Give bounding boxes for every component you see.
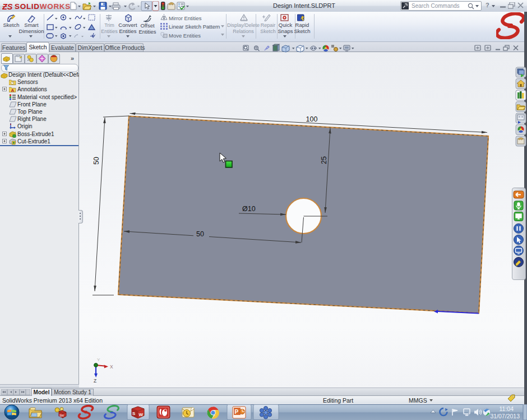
svg-text:A: A: [11, 88, 15, 93]
svg-text:ƵS: ƵS: [2, 2, 13, 11]
svg-text:11:04: 11:04: [500, 405, 514, 412]
svg-text:50: 50: [196, 230, 204, 238]
svg-text:50: 50: [93, 157, 100, 165]
svg-text:Y: Y: [97, 357, 100, 362]
svg-text:25: 25: [320, 156, 328, 164]
svg-text:Z: Z: [94, 378, 96, 384]
svg-text:X: X: [110, 364, 113, 370]
svg-text:S: S: [132, 411, 136, 416]
svg-text:SOLIDWORKS: SOLIDWORKS: [15, 2, 71, 11]
svg-text:W: W: [139, 412, 144, 417]
svg-text:31/07/2013: 31/07/2013: [490, 413, 520, 419]
svg-text:Ø10: Ø10: [242, 205, 256, 213]
svg-text:SW: SW: [59, 414, 64, 417]
svg-text:100: 100: [306, 115, 318, 123]
svg-text:P: P: [235, 409, 239, 415]
